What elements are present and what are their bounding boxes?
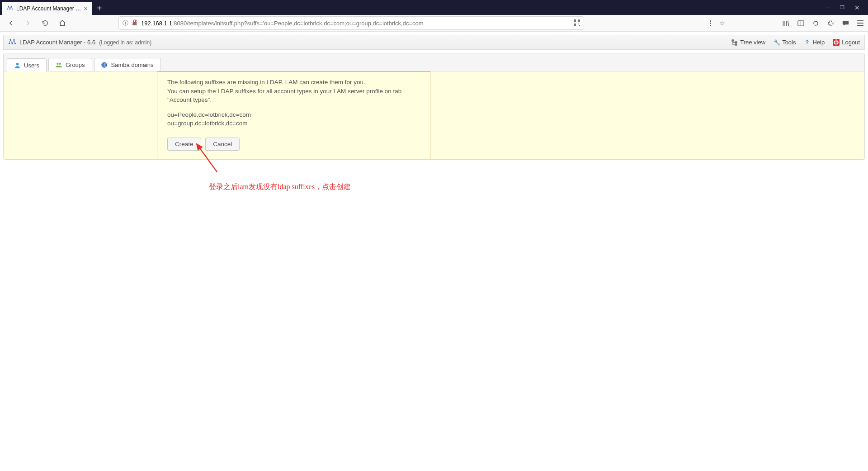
logout-icon: ⏻: [833, 39, 840, 46]
main-panel: Users Groups Samba domains The following…: [3, 53, 865, 160]
minimize-icon[interactable]: ─: [826, 5, 830, 11]
user-icon: [14, 62, 20, 68]
sidebar-icon[interactable]: [797, 20, 804, 26]
svg-point-23: [59, 62, 61, 64]
home-button[interactable]: [56, 17, 69, 29]
chat-icon[interactable]: [842, 20, 849, 26]
globe-icon: [101, 62, 108, 68]
svg-rect-11: [798, 20, 804, 25]
tree-view-link[interactable]: Tree view: [731, 39, 765, 46]
close-window-icon[interactable]: ✕: [854, 4, 860, 11]
svg-rect-20: [735, 44, 737, 45]
tools-icon: 🔧: [774, 39, 780, 46]
reload-button[interactable]: [39, 17, 52, 29]
menu-button[interactable]: [857, 20, 863, 26]
missing-suffixes: ou=People,dc=lotbrick,dc=com ou=group,dc…: [167, 111, 420, 128]
url-text: 192.168.1.1:8080/templates/initsuff.php?…: [141, 20, 570, 27]
browser-chrome: LDAP Account Manager (ope × + ─ ❐ ✕ ⓘ: [0, 0, 868, 32]
help-icon: ?: [804, 39, 810, 46]
svg-point-24: [102, 62, 107, 67]
help-link[interactable]: ? Help: [804, 39, 825, 46]
tab-title: LDAP Account Manager (ope: [16, 5, 81, 12]
insecure-icon: [132, 19, 137, 27]
nav-forward-button[interactable]: [22, 17, 34, 29]
svg-rect-10: [579, 25, 580, 26]
svg-rect-7: [578, 19, 580, 22]
svg-rect-19: [735, 42, 737, 43]
svg-line-27: [197, 144, 217, 163]
svg-rect-6: [574, 19, 576, 22]
info-icon[interactable]: ⓘ: [123, 19, 128, 27]
undo-close-tab-icon[interactable]: [812, 20, 819, 27]
svg-point-21: [16, 62, 19, 65]
arrow-icon: [192, 140, 224, 163]
tab-groups[interactable]: Groups: [48, 58, 92, 71]
content-area: The following suffixes are missing in LD…: [4, 71, 864, 159]
lam-header: LDAP Account Manager - 6.6 (Logged in as…: [3, 35, 865, 50]
suffix-entry: ou=group,dc=lotbrick,dc=com: [167, 119, 420, 128]
lam-logo-icon: [8, 38, 16, 47]
app-title: LDAP Account Manager - 6.6: [19, 39, 95, 46]
library-icon[interactable]: [782, 20, 789, 27]
tab-users[interactable]: Users: [7, 58, 47, 71]
favicon-icon: [6, 5, 14, 12]
qr-icon[interactable]: [574, 19, 580, 27]
page-actions-icon[interactable]: [710, 20, 711, 26]
close-tab-icon[interactable]: ×: [84, 5, 88, 12]
bookmark-star-icon[interactable]: ☆: [719, 19, 725, 27]
svg-rect-9: [578, 24, 579, 24]
browser-tab[interactable]: LDAP Account Manager (ope ×: [2, 2, 92, 15]
group-icon: [56, 62, 62, 68]
addon-icon[interactable]: [827, 20, 834, 27]
tools-link[interactable]: 🔧 Tools: [774, 39, 796, 46]
url-bar[interactable]: ⓘ 192.168.1.1:8080/templates/initsuff.ph…: [118, 16, 584, 30]
tab-samba-domains[interactable]: Samba domains: [94, 58, 161, 71]
logout-link[interactable]: ⏻ Logout: [833, 39, 860, 46]
tree-icon: [731, 39, 738, 46]
account-type-tabs: Users Groups Samba domains: [4, 53, 864, 71]
maximize-icon[interactable]: ❐: [840, 5, 844, 10]
svg-rect-18: [732, 40, 734, 41]
suffix-entry: ou=People,dc=lotbrick,dc=com: [167, 111, 420, 119]
warning-text: The following suffixes are missing in LD…: [167, 78, 420, 105]
new-tab-button[interactable]: +: [92, 2, 107, 15]
login-indicator: (Logged in as: admin): [99, 39, 151, 46]
nav-back-button[interactable]: [5, 17, 17, 29]
svg-point-22: [57, 62, 58, 64]
svg-rect-8: [574, 24, 576, 26]
